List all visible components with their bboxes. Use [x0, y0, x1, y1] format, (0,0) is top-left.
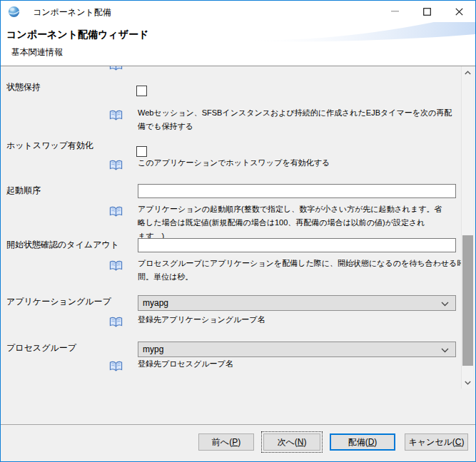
field-label-state-keep: 状態保持 — [6, 81, 41, 93]
field-description: Webセッション、SFSBインスタンスおよび持続的に作成されたEJBタイマーを次… — [138, 106, 460, 133]
chevron-down-icon — [465, 381, 471, 385]
help-icon-clipped — [109, 66, 123, 71]
hotswap-checkbox[interactable] — [136, 146, 147, 157]
window-title: コンポーネント配備 — [33, 6, 111, 19]
app-globe-icon — [8, 6, 20, 18]
button-bar: 前へ(P) 次へ(N) 配備(D) キャンセル(C) — [1, 424, 475, 461]
minimize-icon — [391, 11, 399, 12]
maximize-button[interactable] — [411, 1, 443, 22]
window-controls — [379, 1, 475, 22]
scrollbar-thumb[interactable] — [462, 235, 473, 366]
field-label-application-group: アプリケーショングループ — [6, 296, 111, 308]
help-icon — [109, 260, 123, 272]
field-label-process-group: プロセスグループ — [6, 342, 76, 354]
next-button[interactable]: 次へ(N) — [263, 433, 320, 451]
wizard-form: 状態保持 Webセッション、SFSBインスタンスおよび持続的に作成されたEJBタ… — [1, 66, 475, 424]
scroll-up-button[interactable] — [462, 67, 474, 78]
wizard-title: コンポーネント配備ウィザード — [6, 29, 148, 41]
field-label-startup-order: 起動順序 — [6, 185, 41, 197]
chevron-down-icon — [441, 348, 449, 353]
field-description: このアプリケーションでホットスワップを有効化する — [138, 156, 460, 170]
help-icon — [109, 317, 123, 328]
deploy-button[interactable]: 配備(D) — [330, 433, 395, 451]
process-group-value: mypg — [143, 344, 163, 354]
process-group-select[interactable]: mypg — [138, 342, 456, 357]
field-label-start-timeout: 開始状態確認のタイムアウト — [6, 239, 119, 251]
field-label-hotswap: ホットスワップ有効化 — [6, 140, 93, 152]
help-icon — [109, 206, 123, 217]
titlebar[interactable]: コンポーネント配備 — [1, 1, 475, 22]
wizard-header: コンポーネント配備ウィザード 基本関連情報 — [1, 22, 475, 66]
startup-order-input[interactable] — [138, 184, 456, 198]
help-icon — [109, 361, 123, 372]
vertical-scrollbar[interactable] — [461, 66, 473, 389]
field-description: 登録先プロセスグループ名 — [138, 357, 460, 371]
minimize-button[interactable] — [379, 1, 411, 22]
help-icon — [109, 160, 123, 171]
chevron-up-icon — [465, 71, 471, 75]
state-keep-checkbox[interactable] — [136, 86, 147, 96]
chevron-down-icon — [441, 302, 449, 307]
field-description: 登録先アプリケーショングループ名 — [138, 313, 460, 327]
application-group-value: myapg — [143, 298, 168, 308]
field-description: プロセスグループにアプリケーションを配備した際に、開始状態になるのを待ち合わせる… — [138, 257, 460, 284]
help-icon — [109, 110, 123, 121]
start-timeout-input[interactable] — [138, 238, 456, 252]
back-button[interactable]: 前へ(P) — [198, 433, 254, 451]
component-deploy-dialog: コンポーネント配備 コンポーネント配備ウィザード 基本関連情報 状態保持 Web… — [0, 0, 476, 462]
scroll-down-button[interactable] — [462, 377, 474, 389]
close-button[interactable] — [443, 1, 475, 22]
cancel-button[interactable]: キャンセル(C) — [405, 433, 468, 451]
close-icon — [455, 8, 463, 16]
wizard-step-label: 基本関連情報 — [11, 46, 63, 58]
maximize-icon — [423, 8, 431, 16]
field-description: アプリケーションの起動順序(整数で指定し、数字が小さい方が先に起動されます。省 … — [138, 202, 460, 243]
application-group-select[interactable]: myapg — [138, 295, 456, 311]
